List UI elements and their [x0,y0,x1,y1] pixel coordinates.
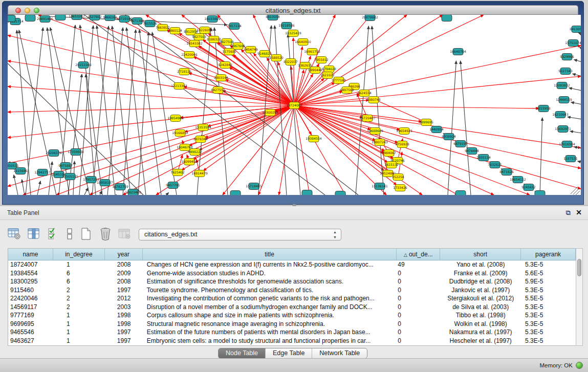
table-row[interactable]: 969969511998Structural magnetic resonanc… [8,320,576,329]
table-cell[interactable]: 0 [397,294,440,303]
close-icon[interactable]: ✕ [576,208,582,216]
graph-node[interactable] [442,15,452,21]
graph-node[interactable]: 6794028 [322,66,336,73]
graph-node[interactable]: 7625402 [170,169,185,176]
graph-edge[interactable] [574,60,581,62]
graph-edge[interactable] [540,118,542,195]
graph-edge[interactable] [37,181,40,195]
table-cell[interactable]: Embryonic stem cells: a model to study s… [143,337,397,345]
table-cell[interactable]: Hescheler et al. (1997) [440,337,521,345]
graph-node[interactable]: 6879197 [453,141,468,147]
graph-edge[interactable] [372,26,384,195]
table-cell[interactable]: 1997 [105,337,143,345]
graph-node[interactable]: 1115686 [13,168,28,174]
tab-network-table[interactable]: Network Table [312,348,367,358]
graph-edge[interactable] [579,47,581,49]
graph-node[interactable]: 10688609 [367,128,383,135]
graph-edge[interactable] [570,131,581,133]
graph-node[interactable]: 18325419 [285,30,301,37]
graph-node[interactable]: 16033809 [204,16,221,23]
table-cell[interactable]: 5.3E-5 [521,303,576,312]
graph-node[interactable]: 6497568 [340,87,354,94]
network-window-titlebar[interactable]: citations_edges.txt [8,5,578,15]
graph-edge[interactable] [138,32,148,195]
table-cell[interactable]: 5.3E-5 [521,260,576,269]
graph-node[interactable]: 16099459 [181,159,198,165]
table-cell[interactable]: 1 [53,337,105,345]
table-cell[interactable]: de Silva et al. (2003) [440,303,521,312]
table-cell[interactable]: 22420046 [8,294,53,303]
table-cell[interactable]: 19384554 [8,269,53,278]
graph-node[interactable]: 22420046 [181,52,198,58]
graph-edge[interactable] [571,102,581,104]
table-cell[interactable]: 0 [397,303,440,312]
table-row[interactable]: 911546021997Tourette syndrome. Phenomeno… [8,286,576,295]
graph-node[interactable] [455,191,466,195]
table-cell[interactable]: 0 [397,337,440,345]
table-cell[interactable]: Stergiakouli et al. (2012) [440,294,521,303]
graph-node[interactable]: 1440954 [429,126,444,133]
graph-node[interactable]: 9466162 [103,15,117,21]
table-row[interactable]: 1830029562008Estimation of significance … [8,277,576,286]
graph-node[interactable]: 16648784 [450,49,466,55]
graph-node[interactable]: 8454749 [244,47,258,53]
graph-node[interactable]: 1187531 [563,156,578,162]
graph-node[interactable]: 9671388 [130,18,144,25]
table-cell[interactable]: 49 [397,260,440,269]
graph-node[interactable]: 19384554 [306,136,322,142]
graph-edge[interactable] [573,74,581,76]
graph-node[interactable]: 12505135 [62,173,78,180]
graph-node[interactable]: 16640910 [295,39,311,46]
graph-node[interactable] [230,191,241,195]
graph-node[interactable]: 15692971 [555,126,571,133]
graph-edge[interactable] [578,161,581,162]
table-cell[interactable]: 0 [397,320,440,329]
graph-node[interactable]: 16961758 [304,49,320,55]
graph-node[interactable]: 8938924 [442,134,456,140]
table-cell[interactable]: 1 [53,320,105,329]
table-row[interactable]: 977716911998Corpus callosum shape and si… [8,311,576,320]
network-view-canvas[interactable]: 1405571420691406106532871527602946616210… [8,15,581,195]
table-scrollbar[interactable] [576,248,583,346]
graph-node[interactable]: 1733426 [393,185,407,191]
table-cell[interactable]: 0 [397,311,440,320]
table-cell[interactable]: 9465546 [8,328,53,337]
graph-node[interactable]: 9756928 [395,141,409,148]
graph-edge[interactable] [580,34,581,35]
graph-node[interactable]: 20878682 [362,15,378,21]
new-table-icon[interactable] [79,227,93,241]
graph-node[interactable]: 12444159 [556,97,572,103]
graph-node[interactable]: 9457791 [166,182,180,189]
graph-node[interactable]: 3175685 [222,49,236,55]
graph-node[interactable]: 1621022 [320,72,335,79]
graph-node[interactable]: 9227343 [558,68,573,75]
table-cell[interactable]: Corpus callosum shape and size in male p… [143,311,397,320]
citation-network-graph[interactable]: 1405571420691406106532871527602946616210… [8,15,581,195]
table-cell[interactable]: 5.3E-5 [521,311,576,320]
table-cell[interactable]: 5.6E-5 [521,269,576,278]
table-cell[interactable]: Estimation of significance thresholds fo… [143,277,397,286]
graph-node[interactable]: 9474444 [465,148,479,155]
graph-node[interactable]: 20153346 [75,62,92,69]
graph-node[interactable]: 2718126 [177,69,191,75]
graph-node[interactable]: 8813054 [266,15,280,20]
table-cell[interactable]: 2 [53,303,105,312]
graph-edge[interactable] [356,26,368,195]
graph-node[interactable] [25,15,35,21]
table-cell[interactable]: Wolkin et al. (1998) [440,320,521,329]
graph-node[interactable] [8,15,15,22]
graph-node[interactable]: 8186328 [207,36,221,43]
graph-edge[interactable] [294,100,369,105]
graph-node[interactable]: 8427552 [211,87,225,94]
table-cell[interactable]: 5.3E-5 [521,286,576,295]
graph-node[interactable]: 7632621 [488,162,502,168]
table-cell[interactable]: Jankovic et al. (1997) [440,286,521,295]
graph-node[interactable]: 3624554 [357,90,372,97]
graph-edge[interactable] [461,61,471,195]
table-cell[interactable]: 1 [53,260,105,269]
graph-node[interactable]: 10654112 [510,177,526,183]
graph-edge[interactable] [568,117,581,119]
column-header-pagerank[interactable]: pagerank [521,249,576,260]
table-cell[interactable]: Tourette syndrome. Phenomenology and cla… [143,286,397,295]
table-cell[interactable]: 1997 [105,286,143,295]
